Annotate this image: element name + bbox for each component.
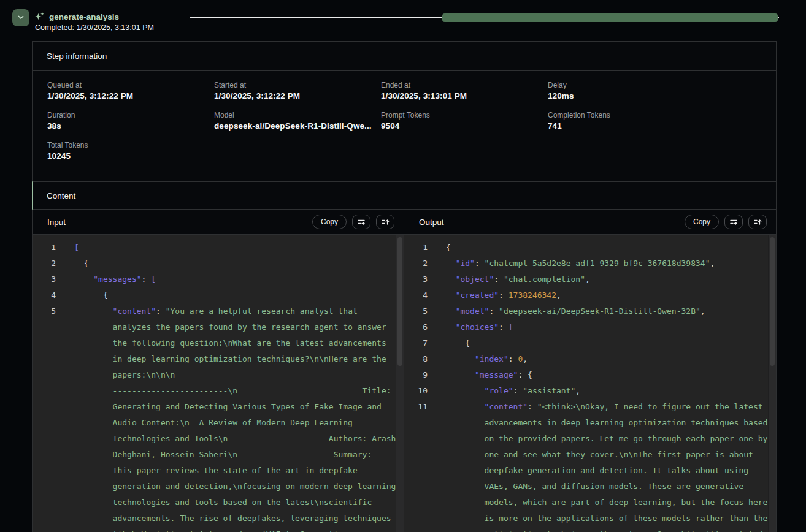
- input-copy-button[interactable]: Copy: [312, 215, 347, 229]
- step-field-queued-at: Queued at1/30/2025, 3:12:22 PM: [47, 81, 214, 101]
- output-title: Output: [419, 218, 685, 227]
- code-line: Dehghani, Hossein Saberi\n Summary:: [33, 447, 404, 463]
- code-line: one and see what they cover.\n\nThe firs…: [404, 447, 776, 463]
- line-content: {: [74, 287, 108, 303]
- line-content: in deep learning optimization techniques…: [74, 351, 386, 367]
- line-number: 4: [33, 287, 56, 303]
- code-line: 5"model": "deepseek-ai/DeepSeek-R1-Disti…: [404, 303, 776, 319]
- line-number: 1: [33, 240, 56, 256]
- input-code-lines: 1[2{3"messages": [4{5"content": "You are…: [33, 240, 404, 532]
- line-content: like\nVariational Autoencoders (VAEs), G…: [74, 526, 348, 532]
- timeline-duration-bar[interactable]: [442, 13, 778, 22]
- field-label: Model: [214, 111, 381, 120]
- line-content: Audio Content:\n A Review of Modern Deep…: [74, 415, 353, 431]
- line-number: [33, 526, 56, 532]
- line-content: analyzes the papers found by the researc…: [74, 319, 386, 335]
- code-line: 3"messages": [: [33, 272, 404, 287]
- output-wrap-text-button[interactable]: [724, 215, 743, 229]
- field-label: Total Tokens: [47, 141, 214, 150]
- line-number: [33, 495, 56, 511]
- line-number: [33, 447, 56, 463]
- line-number: [404, 447, 428, 463]
- code-line: 4{: [33, 287, 404, 303]
- code-line: papers:\n\n\n: [33, 367, 404, 383]
- field-value: 1/30/2025, 3:13:01 PM: [381, 91, 548, 101]
- line-number: 7: [404, 335, 428, 351]
- io-header-row: Input Copy: [33, 210, 776, 235]
- line-number: 2: [404, 256, 428, 272]
- line-number: [33, 463, 56, 479]
- step-field-duration: Duration38s: [47, 111, 214, 131]
- line-number: 2: [33, 256, 56, 272]
- step-field-delay: Delay120ms: [548, 81, 715, 101]
- line-content: models, which are part of deep learning,…: [446, 495, 767, 511]
- code-line: 3"object": "chat.completion",: [404, 272, 776, 287]
- line-content: {: [446, 240, 451, 256]
- code-line: the following question:\nWhat are the la…: [33, 335, 404, 351]
- input-title: Input: [47, 218, 312, 227]
- code-line: Audio Content:\n A Review of Modern Deep…: [33, 415, 404, 431]
- content-section-header[interactable]: Content: [32, 181, 776, 210]
- input-scroll-to-top-button[interactable]: [376, 215, 394, 229]
- line-content: "index": 0,: [446, 351, 528, 367]
- line-number: 3: [404, 272, 428, 287]
- code-line: analyzes the papers found by the researc…: [33, 319, 404, 335]
- output-code-panel[interactable]: 1{2"id": "chatcmpl-5a5d2e8e-adf1-9329-bf…: [404, 235, 776, 532]
- input-panel-header: Input Copy: [33, 210, 404, 234]
- line-number: 1: [404, 240, 428, 256]
- input-wrap-text-button[interactable]: [352, 215, 370, 229]
- input-scrollbar-thumb[interactable]: [397, 237, 402, 366]
- field-value: deepseek-ai/DeepSeek-R1-Distill-Qwe...: [214, 121, 381, 131]
- output-scroll-to-top-button[interactable]: [748, 215, 767, 229]
- code-line: on the provided papers. Let me go throug…: [404, 431, 776, 447]
- step-field-ended-at: Ended at1/30/2025, 3:13:01 PM: [381, 81, 548, 101]
- field-label: Queued at: [47, 81, 214, 89]
- line-content: one and see what they cover.\n\nThe firs…: [446, 447, 753, 463]
- step-field-model: Modeldeepseek-ai/DeepSeek-R1-Distill-Qwe…: [214, 111, 381, 131]
- collapse-step-button[interactable]: [12, 9, 29, 26]
- wrap-text-icon: [729, 218, 738, 226]
- field-label: Delay: [548, 81, 715, 89]
- line-number: [33, 367, 56, 383]
- line-number: 4: [404, 287, 428, 303]
- line-content: [: [74, 240, 79, 256]
- output-panel-header: Output Copy: [404, 210, 776, 234]
- output-scrollbar-thumb[interactable]: [770, 237, 775, 366]
- line-number: 5: [404, 303, 428, 319]
- code-line: 4"created": 1738246342,: [404, 287, 776, 303]
- output-copy-button[interactable]: Copy: [685, 215, 719, 229]
- line-content: "choices": [: [446, 319, 513, 335]
- step-information-header: Step information: [33, 42, 776, 71]
- line-number: 3: [33, 272, 56, 287]
- completed-timestamp: Completed: 1/30/2025, 3:13:01 PM: [35, 23, 154, 32]
- line-number: [404, 463, 428, 479]
- line-content: "role": "assistant",: [446, 383, 580, 399]
- code-line: Technologies and Tools\n Authors: Arash: [33, 431, 404, 447]
- code-line: deepfake generation and detection. It ta…: [404, 463, 776, 479]
- code-line: VAEs, GANs, and diffusion models. These …: [404, 479, 776, 495]
- code-line: 11"content": "<think>\nOkay, I need to f…: [404, 399, 776, 415]
- line-number: [404, 431, 428, 447]
- output-scrollbar[interactable]: [768, 235, 776, 532]
- step-information-title: Step information: [47, 51, 107, 61]
- trace-viewer: generate-analysis Completed: 1/30/2025, …: [0, 0, 806, 532]
- field-value: 38s: [47, 121, 214, 131]
- line-number: 10: [404, 383, 428, 399]
- code-line: is more on the applications of these mod…: [404, 511, 776, 526]
- line-content: {: [74, 256, 88, 272]
- field-value: 9504: [381, 121, 548, 131]
- step-name[interactable]: generate-analysis: [49, 12, 119, 21]
- line-content: technologies and tools based on the late…: [74, 495, 372, 511]
- input-scrollbar[interactable]: [396, 235, 404, 532]
- line-number: [33, 335, 56, 351]
- input-code-panel[interactable]: 1[2{3"messages": [4{5"content": "You are…: [33, 235, 404, 532]
- line-content: Dehghani, Hossein Saberi\n Summary:: [74, 447, 372, 463]
- line-number: [33, 431, 56, 447]
- step-field-started-at: Started at1/30/2025, 3:12:22 PM: [214, 81, 381, 101]
- code-panels: 1[2{3"messages": [4{5"content": "You are…: [33, 235, 776, 532]
- line-number: [404, 479, 428, 495]
- code-line: advancements. The rise of deepfakes, lev…: [33, 511, 404, 526]
- code-line: advancements in deep learning optimizati…: [404, 415, 776, 431]
- line-content: "object": "chat.completion",: [446, 272, 590, 287]
- line-content: "id": "chatcmpl-5a5d2e8e-adf1-9329-bf9c-…: [446, 256, 715, 272]
